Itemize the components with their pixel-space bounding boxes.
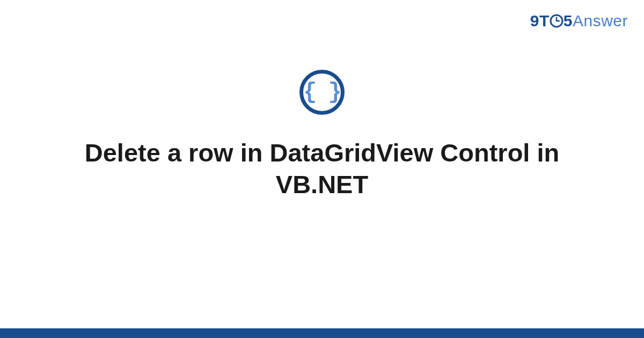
- logo-part-answer: Answer: [573, 12, 628, 30]
- logo-part-9t: 9T: [530, 12, 550, 30]
- question-title: Delete a row in DataGridView Control in …: [80, 137, 564, 201]
- logo-part-5: 5: [564, 12, 573, 30]
- code-braces-icon: { }: [303, 79, 341, 105]
- main-content: { } Delete a row in DataGridView Control…: [0, 70, 644, 201]
- bottom-accent-bar: [0, 328, 644, 338]
- site-logo: 9T5Answer: [530, 12, 628, 30]
- category-icon-circle: { }: [299, 70, 345, 115]
- clock-o-icon: [550, 14, 564, 28]
